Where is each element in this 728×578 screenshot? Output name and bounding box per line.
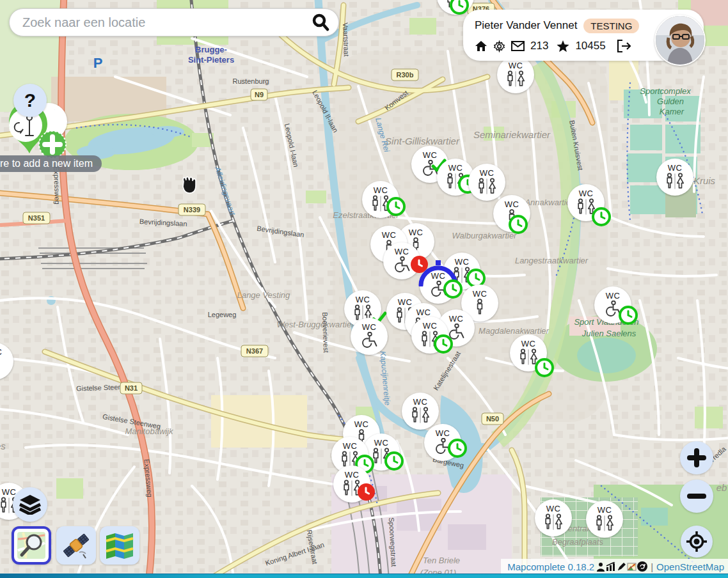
search-input[interactable] — [21, 15, 310, 31]
map-label: Gulden — [657, 97, 684, 106]
marker-wc-label: WC — [431, 272, 446, 280]
marker-wc-label: WC — [356, 295, 370, 304]
marker-wc-label: WC — [505, 200, 519, 208]
road-shield: N351 — [23, 212, 50, 224]
mapcomplete-version-link[interactable]: Mapcomplete 0.18.2 — [507, 561, 594, 572]
toilet-marker[interactable]: WC — [420, 267, 457, 304]
toilet-marker[interactable]: WC — [383, 242, 420, 279]
toilet-marker[interactable]: WC — [493, 195, 530, 232]
star-icon[interactable] — [557, 40, 569, 52]
toilet-marker[interactable]: WC — [402, 393, 439, 430]
marker-wc-label: WC — [2, 488, 17, 496]
toilet-marker[interactable]: WC — [510, 334, 547, 371]
toilet-marker[interactable]: WC — [535, 499, 572, 536]
marker-wc-label: WC — [521, 340, 536, 348]
messages-icon[interactable] — [511, 41, 525, 51]
toilet-marker[interactable]: WC — [411, 316, 448, 354]
map-label: P — [93, 55, 103, 71]
add-item-tooltip: re to add a new item — [0, 155, 102, 172]
background-style-satellite-button[interactable] — [56, 526, 96, 565]
man-woman-icon — [409, 407, 432, 425]
edit-pencil-icon[interactable] — [617, 562, 626, 572]
license-circle-icon[interactable] — [637, 561, 647, 572]
geolocate-button[interactable] — [681, 526, 713, 558]
crosshair-icon — [686, 531, 708, 552]
marker-wc-label: WC — [546, 504, 561, 513]
map-label: Langestraatkwartier — [515, 256, 589, 265]
man-icon — [0, 357, 1, 375]
marker-wc-label: WC — [343, 442, 358, 450]
marker-wc-label: WC — [374, 186, 388, 194]
toilet-marker[interactable]: WC — [468, 164, 505, 201]
opening-hours-open-badge — [535, 358, 554, 377]
layers-button[interactable] — [13, 487, 47, 522]
road-shield: N31 — [120, 382, 142, 394]
marker-wc-label: WC — [395, 247, 409, 256]
map-label: Julien Saelens — [582, 329, 637, 338]
toilet-marker[interactable]: WC — [351, 318, 388, 355]
opening-hours-closed-badge — [358, 483, 375, 501]
man-woman-icon — [542, 513, 565, 531]
folded-map-icon — [105, 532, 134, 559]
map-label: Ten Briele — [423, 556, 460, 565]
zoom-out-button[interactable] — [680, 480, 713, 513]
minus-icon — [687, 487, 706, 506]
satellite-icon — [61, 531, 91, 559]
map-label: West-Bruggekwartier — [276, 320, 354, 329]
toilet-marker[interactable]: WC — [362, 181, 399, 218]
marker-wc-label: WC — [362, 323, 377, 331]
opening-hours-open-badge — [448, 439, 467, 458]
plus-icon — [687, 448, 706, 467]
contributor-person-icon[interactable] — [596, 562, 605, 572]
wheelchair-icon — [359, 332, 379, 350]
road-shield: R30b — [392, 69, 418, 81]
messages-count: 213 — [530, 40, 548, 52]
toilet-marker[interactable]: WC — [424, 424, 461, 461]
openstreetmap-link[interactable]: OpenStreetMap — [656, 561, 724, 572]
man-woman-icon — [593, 515, 616, 533]
help-button[interactable]: ? — [13, 84, 47, 117]
opening-hours-open-badge — [509, 215, 528, 234]
man-woman-icon — [504, 70, 527, 88]
map-label: Vaartstraat — [342, 22, 351, 56]
osm-carto-icon — [17, 531, 46, 559]
search-icon[interactable] — [310, 12, 331, 33]
marker-wc-label: WC — [398, 298, 413, 306]
marker-wc-label: WC — [436, 429, 450, 437]
toilet-marker[interactable]: WC — [656, 159, 693, 196]
toilet-marker[interactable]: WC — [497, 56, 534, 93]
marker-wc-label: WC — [345, 471, 360, 479]
map-label: Boeverievest — [321, 312, 330, 353]
search-bar[interactable] — [9, 8, 339, 36]
man-icon — [473, 299, 486, 316]
toilet-marker[interactable]: WC — [333, 465, 370, 503]
logout-icon[interactable] — [617, 40, 631, 52]
svg-text:R30b: R30b — [397, 71, 414, 79]
svg-text:N339: N339 — [184, 206, 200, 214]
statistics-icon[interactable] — [606, 562, 616, 571]
marker-wc-label: WC — [0, 348, 2, 356]
attribution-separator: | — [651, 561, 653, 572]
toilet-marker[interactable]: WC — [586, 501, 623, 538]
toilet-marker[interactable]: WC — [594, 286, 631, 324]
opening-hours-open-badge — [434, 334, 453, 354]
map-label: Sint-Andries — [0, 441, 6, 451]
user-avatar[interactable] — [654, 15, 706, 66]
zoom-in-button[interactable] — [680, 441, 713, 474]
road-shield: N9 — [251, 89, 267, 100]
picture-license-icon — [627, 562, 637, 572]
svg-text:N31: N31 — [125, 384, 138, 392]
map-label: Kruis — [693, 175, 716, 186]
home-icon[interactable] — [475, 40, 487, 52]
marker-wc-label: WC — [509, 61, 523, 70]
man-woman-icon — [475, 178, 498, 196]
user-name: Pieter Vander Vennet — [475, 19, 577, 32]
settings-gear-icon[interactable] — [493, 40, 505, 52]
man-icon — [42, 117, 55, 135]
wheelchair-icon — [392, 256, 412, 274]
background-style-map-button[interactable] — [12, 526, 51, 565]
background-style-othermap-button[interactable] — [100, 526, 139, 565]
map-label: Begraafplaats — [552, 537, 604, 547]
toilet-marker[interactable]: WC — [567, 184, 605, 221]
map-label: Brugge- — [195, 45, 227, 54]
